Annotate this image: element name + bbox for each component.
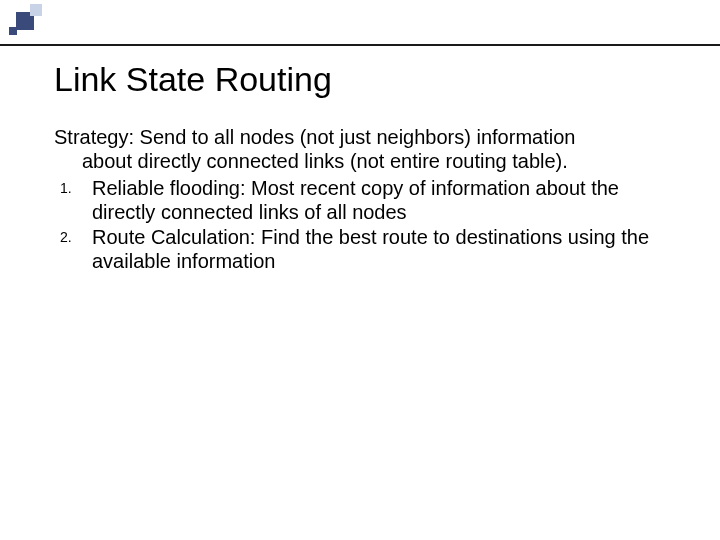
horizontal-rule	[0, 44, 720, 46]
list-number: 1.	[54, 176, 92, 225]
list-number: 2.	[54, 225, 92, 274]
numbered-list: 1. Reliable flooding: Most recent copy o…	[54, 176, 666, 274]
slide-decoration	[0, 0, 38, 38]
list-item-text: Route Calculation: Find the best route t…	[92, 225, 666, 274]
decor-square-light	[30, 4, 42, 16]
decor-square-dark-small	[9, 27, 17, 35]
strategy-line-1: Strategy: Send to all nodes (not just ne…	[54, 126, 575, 148]
list-item-text: Reliable flooding: Most recent copy of i…	[92, 176, 666, 225]
strategy-line-2: about directly connected links (not enti…	[54, 149, 666, 173]
list-item: 1. Reliable flooding: Most recent copy o…	[54, 176, 666, 225]
list-item: 2. Route Calculation: Find the best rout…	[54, 225, 666, 274]
slide-title: Link State Routing	[54, 60, 666, 99]
strategy-text: Strategy: Send to all nodes (not just ne…	[54, 125, 666, 174]
slide-content: Link State Routing Strategy: Send to all…	[0, 0, 720, 273]
